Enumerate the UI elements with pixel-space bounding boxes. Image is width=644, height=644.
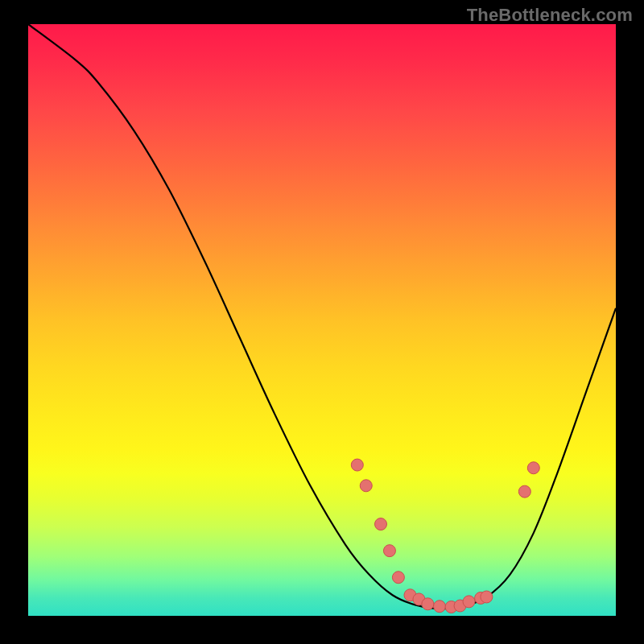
data-point	[481, 591, 493, 603]
data-point	[434, 601, 446, 613]
data-point	[463, 596, 475, 608]
data-point	[422, 598, 434, 610]
data-points	[351, 459, 539, 613]
curve-layer	[28, 24, 616, 616]
chart-frame: TheBottleneck.com	[0, 0, 644, 644]
bottleneck-curve	[28, 24, 616, 609]
data-point	[351, 459, 363, 471]
data-point	[360, 480, 372, 492]
data-point	[383, 545, 395, 557]
data-point	[518, 485, 530, 497]
watermark: TheBottleneck.com	[467, 5, 633, 26]
data-point	[375, 518, 387, 530]
data-point	[527, 462, 539, 474]
plot-area	[28, 24, 616, 616]
data-point	[392, 572, 404, 584]
